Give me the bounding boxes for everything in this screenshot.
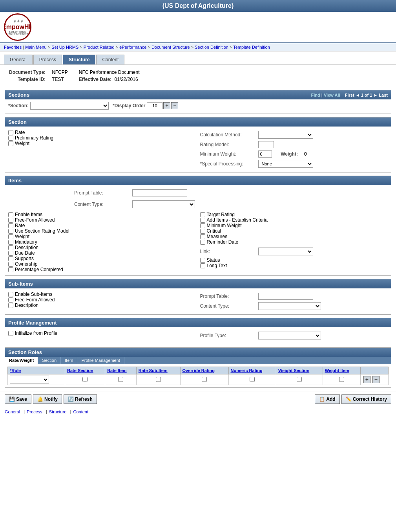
display-order-minus[interactable]: − — [171, 102, 178, 109]
supports-checkbox[interactable] — [8, 256, 13, 261]
weight-item-cb[interactable] — [339, 377, 344, 382]
footer-structure-link[interactable]: Structure — [49, 409, 67, 414]
sections-panel: Sections Find | View All First ◄ 1 of 1 … — [5, 90, 391, 114]
enable-subitems-checkbox[interactable] — [8, 292, 13, 297]
profile-type-label: Profile Type: — [200, 333, 255, 338]
profile-type-select[interactable] — [258, 332, 321, 339]
due-date-checkbox[interactable] — [8, 251, 13, 256]
weight-section-cb[interactable] — [297, 377, 302, 382]
tab-general[interactable]: General — [4, 55, 33, 64]
free-form-checkbox[interactable] — [8, 218, 13, 223]
rate-checkbox[interactable] — [8, 130, 13, 135]
remove-row-btn[interactable]: − — [372, 376, 380, 383]
footer-general-link[interactable]: General — [5, 409, 20, 414]
enable-items-checkbox[interactable] — [8, 212, 13, 217]
profile-type-row: Profile Type: — [200, 330, 388, 341]
display-order-plus[interactable]: + — [163, 102, 170, 109]
cb-items-min-weight: Minimum Weight — [200, 223, 388, 228]
rating-model-input[interactable] — [258, 141, 274, 148]
items-rate-checkbox[interactable] — [8, 223, 13, 228]
long-text-checkbox[interactable] — [200, 263, 205, 268]
subitems-prompt-input[interactable] — [258, 293, 313, 300]
logo-bar: ✦✦✦ EmpowHR SOLUTIONS FROM HIRE TO RETIR… — [0, 12, 396, 43]
section-row: *Section: *Display Order + − — [8, 102, 388, 110]
min-weight-input[interactable] — [258, 150, 272, 158]
roles-table: *Role Rate Section Rate Item Rate Sub-It… — [7, 367, 389, 385]
preliminary-rating-checkbox[interactable] — [8, 136, 13, 141]
notify-button[interactable]: 🔔 Notify — [33, 394, 62, 404]
percentage-checkbox[interactable] — [8, 267, 13, 272]
view-all-link[interactable]: View All — [324, 93, 340, 97]
status-checkbox[interactable] — [200, 258, 205, 263]
mandatory-checkbox[interactable] — [8, 240, 13, 245]
items-weight-checkbox[interactable] — [8, 234, 13, 239]
items-block-body: Prompt Table: Content Type: Enable Items… — [5, 185, 391, 275]
special-proc-select[interactable]: None — [258, 160, 313, 168]
template-id-value: TEST — [49, 76, 71, 83]
add-button[interactable]: 📋 Add — [315, 394, 339, 404]
profile-header: Profile Management — [5, 318, 391, 327]
cb-ownership: Ownership — [8, 261, 196, 267]
subitems-header: Sub-Items — [5, 279, 391, 288]
section-select[interactable] — [30, 102, 109, 110]
reminder-date-checkbox[interactable] — [200, 240, 205, 245]
roles-tab-item[interactable]: Item — [61, 357, 77, 364]
cb-use-section-rating: Use Section Rating Model — [8, 228, 196, 234]
footer-process-link[interactable]: Process — [27, 409, 42, 414]
tab-structure[interactable]: Structure — [63, 55, 95, 64]
role-select[interactable] — [10, 376, 49, 383]
cb-critical: Critical — [200, 228, 388, 234]
footer-content-link[interactable]: Content — [73, 409, 88, 414]
subitems-content-type-select[interactable] — [258, 302, 321, 310]
refresh-button[interactable]: 🔄 Refresh — [64, 394, 97, 404]
roles-tab-section[interactable]: Section — [38, 357, 61, 364]
measures-checkbox[interactable] — [200, 234, 205, 239]
tab-process[interactable]: Process — [33, 55, 62, 64]
initialize-profile-checkbox[interactable] — [8, 331, 13, 336]
col-actions — [360, 367, 388, 374]
critical-checkbox[interactable] — [200, 229, 205, 234]
calc-method-select[interactable] — [258, 131, 313, 139]
target-rating-checkbox[interactable] — [200, 212, 205, 217]
ownership-checkbox[interactable] — [8, 262, 13, 267]
tab-content[interactable]: Content — [96, 55, 124, 64]
rate-label[interactable]: Rate — [15, 130, 25, 135]
doc-type-label: Document Type: — [6, 69, 49, 76]
find-link[interactable]: Find — [311, 93, 320, 97]
subitems-description-checkbox[interactable] — [8, 303, 13, 308]
effective-date-value: 01/22/2016 — [115, 77, 138, 82]
description-checkbox[interactable] — [8, 245, 13, 250]
link-select[interactable] — [258, 248, 313, 255]
rating-model-label: Rating Model: — [200, 142, 255, 147]
correct-history-button[interactable]: ✏️ Correct History — [341, 394, 391, 404]
weight-value: 0 — [304, 151, 307, 157]
display-order-input[interactable] — [147, 102, 162, 109]
rate-section-cb[interactable] — [82, 377, 88, 382]
rate-subitem-cell — [136, 374, 180, 385]
rate-subitem-cb[interactable] — [156, 377, 161, 382]
initialize-profile-label[interactable]: Initialize from Profile — [15, 330, 57, 336]
rate-item-cb[interactable] — [118, 377, 123, 382]
subitems-block: Sub-Items Enable Sub-Items Free-Form All… — [5, 279, 391, 315]
items-min-weight-checkbox[interactable] — [200, 223, 205, 228]
use-section-rating-checkbox[interactable] — [8, 229, 13, 234]
add-row-btn[interactable]: + — [363, 376, 370, 383]
roles-tab-profile-management[interactable]: Profile Management — [77, 357, 124, 364]
cb-supports: Supports — [8, 256, 196, 261]
numeric-rating-cb[interactable] — [250, 377, 255, 382]
items-right-checkboxes: Target Rating Add Items - Establish Crit… — [200, 212, 388, 272]
weight-checkbox[interactable] — [8, 141, 13, 146]
items-prompt-input[interactable] — [132, 189, 187, 196]
items-block-header: Items — [5, 176, 391, 185]
notify-label: Notify — [44, 396, 58, 402]
override-rating-cb[interactable] — [202, 377, 207, 382]
cb-due-date: Due Date — [8, 250, 196, 256]
items-content-type-select[interactable] — [132, 200, 195, 208]
sections-panel-header: Sections Find | View All First ◄ 1 of 1 … — [5, 90, 391, 99]
subitems-free-form-checkbox[interactable] — [8, 297, 13, 303]
roles-tab-rate-weight[interactable]: Rate/Weight — [5, 357, 38, 364]
preliminary-rating-label[interactable]: Preliminary Rating — [15, 135, 53, 141]
weight-label[interactable]: Weight — [15, 141, 29, 146]
save-button[interactable]: 💾 Save — [5, 394, 31, 404]
add-items-criteria-checkbox[interactable] — [200, 218, 205, 223]
